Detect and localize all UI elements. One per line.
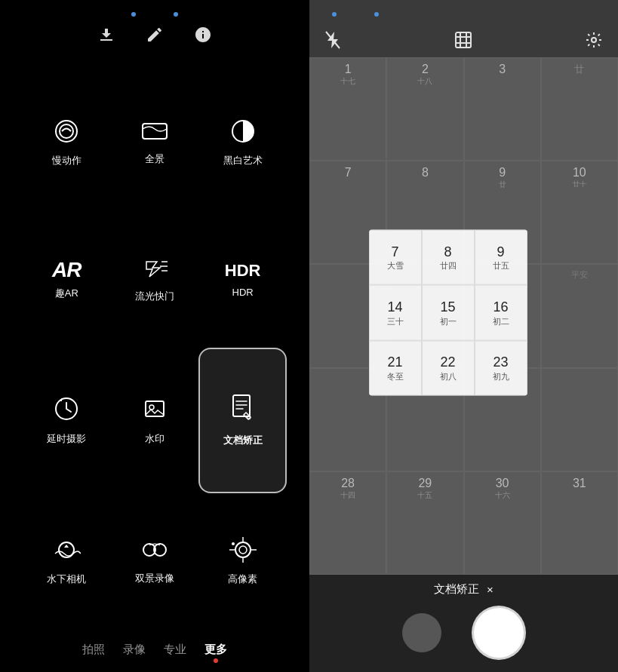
right-status-dot-right	[374, 12, 379, 17]
cal-bg-cell: 平安	[541, 264, 618, 367]
mode-ar-label: 趣AR	[55, 287, 78, 300]
ar-icon: AR	[52, 259, 81, 281]
mode-slow-motion[interactable]: 慢动作	[23, 74, 111, 212]
cal-cell-21: 21 冬至	[369, 340, 422, 395]
hdr-icon: HDR	[225, 261, 261, 281]
cal-bg-cell: 28 十四	[309, 471, 386, 575]
mode-mono-art-label: 黑白艺术	[223, 154, 263, 167]
mode-mono-art[interactable]: 黑白艺术	[198, 74, 287, 212]
left-panel: 慢动作 全景 黑白艺术 AR 趣AR	[0, 0, 309, 672]
watermark-icon	[141, 395, 168, 426]
cal-cell-15: 15 初一	[422, 285, 475, 340]
shutter-row	[402, 606, 526, 660]
cal-bg-cell: 31	[541, 471, 618, 575]
mode-ar[interactable]: AR 趣AR	[23, 212, 111, 348]
camera-view: 1 十七 2 十八 3 廿 7 8 9 廿	[309, 57, 618, 575]
mode-hdr[interactable]: HDR HDR	[198, 212, 287, 348]
mode-watermark-label: 水印	[145, 432, 164, 446]
cal-bg-cell: 3	[464, 57, 541, 161]
high-res-icon	[229, 537, 257, 566]
cal-bg-cell: 30 十六	[464, 471, 541, 575]
svg-point-21	[232, 542, 235, 545]
svg-point-28	[592, 38, 596, 42]
svg-point-9	[149, 405, 154, 410]
mode-panorama[interactable]: 全景	[111, 74, 199, 212]
mode-label-bar: 文档矫正 ×	[434, 582, 493, 597]
cal-cell-23: 23 初九	[475, 340, 527, 395]
mode-hdr-label: HDR	[232, 287, 254, 298]
mode-slow-motion-label: 慢动作	[52, 154, 81, 167]
shutter-button[interactable]	[472, 606, 526, 660]
cal-cell-9: 9 廿五	[475, 230, 527, 285]
tab-photo[interactable]: 拍照	[82, 643, 105, 657]
mode-doc-correction-label: 文档矫正	[223, 434, 263, 447]
light-motion-icon	[140, 256, 169, 284]
svg-point-15	[235, 542, 251, 557]
cal-cell-16: 16 初二	[475, 285, 527, 340]
svg-rect-23	[456, 32, 471, 48]
status-dot-left	[131, 12, 136, 17]
mode-dual-video-label: 双景录像	[135, 572, 174, 585]
panorama-icon	[140, 120, 169, 146]
cal-cell-22: 22 初八	[422, 340, 475, 395]
cal-bg-cell: 29 十五	[386, 471, 463, 575]
tab-pro[interactable]: 专业	[164, 643, 186, 657]
tab-video[interactable]: 录像	[123, 643, 146, 657]
mode-timelapse[interactable]: 延时摄影	[23, 348, 111, 493]
secondary-shutter-button[interactable]	[402, 613, 441, 652]
mode-light-motion[interactable]: 流光快门	[111, 212, 199, 348]
edit-button[interactable]	[146, 26, 164, 44]
mode-underwater-label: 水下相机	[47, 572, 86, 586]
right-panel: 1 十七 2 十八 3 廿 7 8 9 廿	[309, 0, 618, 672]
cal-bg-cell: 10 廿十	[541, 161, 618, 264]
settings-button[interactable]	[585, 31, 603, 49]
cal-bg-cell: 廿	[541, 57, 618, 161]
svg-point-1	[60, 124, 73, 138]
mode-panorama-label: 全景	[145, 152, 164, 166]
timelapse-icon	[53, 395, 80, 426]
cal-cell-7: 7 大雪	[369, 230, 422, 285]
grid-button[interactable]	[454, 31, 472, 49]
calendar-highlight: 7 大雪 8 廿四 9 廿五 14 三十 15 初一 16 初二	[369, 230, 527, 396]
mode-underwater[interactable]: 水下相机	[23, 493, 111, 631]
cal-bg-cell	[541, 368, 618, 471]
mode-light-motion-label: 流光快门	[135, 290, 174, 303]
tab-more[interactable]: 更多	[204, 643, 227, 657]
slow-motion-icon	[52, 118, 81, 148]
mode-high-res[interactable]: 高像素	[198, 493, 287, 631]
right-status-dot-left	[332, 12, 337, 17]
cal-bg-cell: 1 十七	[309, 57, 386, 161]
bottom-bar: 文档矫正 ×	[309, 575, 618, 672]
status-dot-right	[174, 12, 178, 17]
close-mode-button[interactable]: ×	[487, 583, 493, 596]
active-tab-dot	[214, 658, 218, 663]
mode-dual-video[interactable]: 双景录像	[111, 493, 199, 631]
dual-video-icon	[140, 538, 169, 566]
flash-button[interactable]	[324, 30, 341, 50]
mode-high-res-label: 高像素	[228, 572, 257, 586]
underwater-icon	[52, 537, 81, 566]
left-toolbar	[0, 20, 309, 59]
current-mode-label: 文档矫正	[434, 582, 479, 597]
svg-point-16	[239, 546, 247, 554]
cal-bg-cell: 2 十八	[386, 57, 463, 161]
right-toolbar	[309, 20, 618, 57]
info-button[interactable]	[194, 26, 212, 44]
mode-doc-correction[interactable]: 文档矫正	[198, 348, 287, 493]
mode-watermark[interactable]: 水印	[111, 348, 199, 493]
modes-grid: 慢动作 全景 黑白艺术 AR 趣AR	[0, 59, 309, 631]
bottom-tabs: 拍照 录像 专业 更多	[0, 631, 309, 672]
doc-correction-icon	[229, 394, 257, 428]
cal-cell-14: 14 三十	[369, 285, 422, 340]
mono-art-icon	[230, 118, 256, 148]
download-button[interactable]	[97, 26, 115, 44]
cal-cell-8: 8 廿四	[422, 230, 475, 285]
mode-timelapse-label: 延时摄影	[47, 432, 86, 446]
